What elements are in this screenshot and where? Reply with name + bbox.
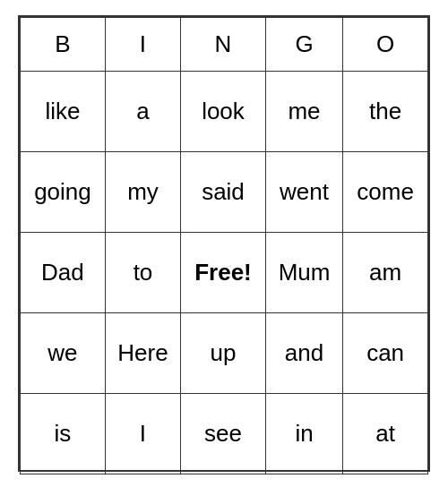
cell-r4-c3: in	[265, 394, 342, 474]
cell-r0-c0: like	[21, 72, 106, 152]
cell-r3-c1: Here	[105, 313, 180, 394]
bingo-table: BINGO likealookmethegoingmysaidwentcomeD…	[20, 17, 428, 474]
table-row: likealookmethe	[21, 72, 428, 152]
cell-r4-c2: see	[181, 394, 266, 474]
cell-r1-c0: going	[21, 152, 106, 233]
cell-r0-c4: the	[343, 72, 428, 152]
header-cell-i: I	[105, 18, 180, 72]
header-cell-n: N	[181, 18, 266, 72]
cell-r1-c3: went	[265, 152, 342, 233]
cell-r2-c3: Mum	[265, 233, 342, 313]
header-cell-g: G	[265, 18, 342, 72]
cell-r1-c1: my	[105, 152, 180, 233]
cell-r4-c4: at	[343, 394, 428, 474]
cell-r0-c2: look	[181, 72, 266, 152]
bingo-body: likealookmethegoingmysaidwentcomeDadtoFr…	[21, 72, 428, 474]
cell-r3-c2: up	[181, 313, 266, 394]
cell-r4-c0: is	[21, 394, 106, 474]
cell-r3-c4: can	[343, 313, 428, 394]
header-cell-o: O	[343, 18, 428, 72]
cell-r1-c2: said	[181, 152, 266, 233]
cell-r4-c1: I	[105, 394, 180, 474]
table-row: DadtoFree!Mumam	[21, 233, 428, 313]
cell-r2-c0: Dad	[21, 233, 106, 313]
header-row: BINGO	[21, 18, 428, 72]
cell-r2-c2: Free!	[181, 233, 266, 313]
table-row: isIseeinat	[21, 394, 428, 474]
cell-r2-c4: am	[343, 233, 428, 313]
cell-r2-c1: to	[105, 233, 180, 313]
cell-r3-c0: we	[21, 313, 106, 394]
cell-r1-c4: come	[343, 152, 428, 233]
cell-r0-c3: me	[265, 72, 342, 152]
cell-r0-c1: a	[105, 72, 180, 152]
table-row: goingmysaidwentcome	[21, 152, 428, 233]
table-row: weHereupandcan	[21, 313, 428, 394]
header-cell-b: B	[21, 18, 106, 72]
bingo-card: BINGO likealookmethegoingmysaidwentcomeD…	[18, 15, 430, 472]
cell-r3-c3: and	[265, 313, 342, 394]
